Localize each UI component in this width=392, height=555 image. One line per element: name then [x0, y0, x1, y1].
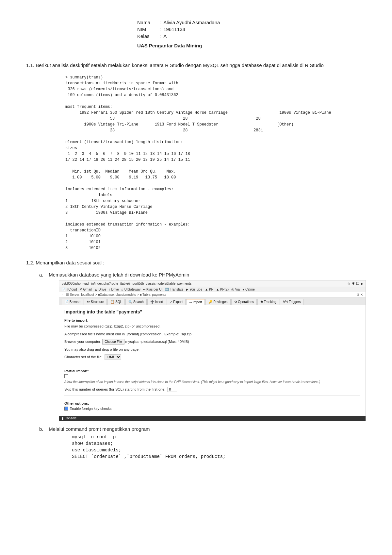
code-line-1: mysql -u root –p: [72, 434, 366, 440]
section-1-2: 1.2. Menampilkan data sesuai soal : a. M…: [26, 259, 366, 459]
file-note-1: File may be compressed (gzip, bzip2, zip…: [64, 324, 360, 329]
browser-url-bar: ost:8080/phpmyadmin/index.php?route=/tab…: [59, 280, 366, 287]
charset-select[interactable]: utf-8: [105, 354, 121, 360]
window-icon: ☐: [356, 281, 359, 286]
sub-section-b: b. Melalui command promt mengetikkan pro…: [39, 426, 366, 459]
charset-row: Character set of the file: utf-8: [64, 354, 360, 360]
bookmark-via: ◎ Via: [231, 288, 240, 291]
bookmark-drive2: ↑ Drive: [109, 288, 119, 291]
bookmark-rcloud: 📄 #Cloud: [62, 288, 77, 291]
star-icon: ☆: [347, 281, 351, 286]
code-line-2: show databases;: [72, 441, 366, 446]
browser-icons: ☆ ✱ ☐ ●: [347, 281, 363, 286]
pma-icons: ⚙ ✕: [356, 293, 363, 296]
kelas-colon: :: [159, 33, 161, 39]
console-label: Console: [65, 416, 77, 420]
partial-import-section: Partial Import: Allow the interruption o…: [64, 363, 360, 393]
sub-section-a: a. Memasukkan database yang telah di dow…: [39, 272, 366, 421]
import-title: Importing into the table "payments": [64, 309, 360, 314]
pma-content: Importing into the table "payments" File…: [59, 305, 366, 416]
charset-label: Character set of the file:: [64, 355, 103, 359]
kelas-value: A: [163, 33, 167, 39]
browser-window: ost:8080/phpmyadmin/index.php?route=/tab…: [59, 280, 366, 421]
server-path: ← ☰ Server: localhost > ■Database: class…: [62, 293, 166, 296]
tab-insert[interactable]: ➕ Insert: [147, 299, 166, 305]
pin-icon: ✱: [352, 281, 355, 286]
foreign-key-row: Enable foreign key checks: [64, 407, 360, 411]
pma-server-info: ← ☰ Server: localhost > ■Database: class…: [59, 292, 366, 297]
nama-row: Nama : Alivia Ayudhi Asmaradana: [137, 20, 220, 25]
tab-import[interactable]: ⇦ Import: [186, 299, 205, 305]
file-note-2: A compressed file's name must end in .[f…: [64, 331, 360, 337]
bookmark-youtube: ▶ YouTube: [186, 288, 202, 291]
tab-tracking[interactable]: ✱ Tracking: [257, 299, 279, 305]
nim-value: 19611134: [163, 26, 185, 32]
tab-export[interactable]: ↗ Export: [167, 299, 186, 305]
file-import-label: File to import:: [64, 318, 360, 322]
pma-tabs[interactable]: 📄 Browse ⚒ Structure 📋 SQL 🔍 Search ➕ In…: [59, 297, 366, 305]
kelas-label: Kelas: [137, 33, 157, 39]
section-1-1: 1.1. Berikut analisis deskriptif setelah…: [26, 61, 366, 251]
partial-note: Allow the interruption of an import in c…: [64, 379, 360, 385]
section-1-2-title: 1.2. Menampilkan data sesuai soal :: [26, 259, 366, 267]
foreign-key-checkbox[interactable]: [64, 407, 68, 411]
browse-label: Browse your computer:: [64, 340, 101, 344]
tab-triggers[interactable]: Δ% Triggers: [280, 299, 304, 305]
r-output-code: > summary(trans) transactions as itemMat…: [65, 75, 366, 251]
page-title: UAS Pengantar Data Mining: [137, 43, 202, 48]
partial-checkbox-row: [64, 374, 360, 378]
nim-colon: :: [159, 26, 161, 32]
nama-value: Alivia Ayudhi Asmaradana: [163, 20, 220, 25]
browse-value: mysqlsampledatabase.sql: [125, 340, 167, 344]
bookmark-drive: ▲ Drive: [94, 288, 106, 291]
console-icon: ▮: [62, 416, 64, 420]
tab-search[interactable]: 🔍 Search: [125, 299, 146, 305]
section-1-1-title: 1.1. Berikut analisis deskriptif setelah…: [26, 61, 366, 69]
bookmark-kpz: ▲ KP(Z): [216, 288, 229, 291]
code-line-4: SELECT `orderDate` ,`productName` FROM o…: [72, 454, 366, 459]
foreign-key-label: Enable foreign key checks: [70, 407, 111, 411]
bookmark-uigateway: ⌂ UIGateway: [122, 288, 140, 291]
sub-a-label: a. Memasukkan database yang telah di dow…: [39, 272, 366, 278]
tab-privileges[interactable]: 🔑 Privileges: [205, 299, 230, 305]
other-options-section: Other options: Enable foreign key checks: [64, 395, 360, 411]
nim-label: NIM: [137, 26, 157, 32]
url-text: ost:8080/phpmyadmin/index.php?route=/tab…: [62, 282, 345, 285]
browse-max: (Max: 40MiB): [168, 340, 189, 344]
nama-label: Nama: [137, 20, 157, 25]
console-bar[interactable]: ▮ Console: [59, 416, 366, 421]
tab-browse[interactable]: 📄 Browse: [62, 299, 83, 305]
bookmark-calme: ● Calme: [242, 288, 255, 291]
drag-note: You may also drag and drop a file on any…: [64, 347, 360, 353]
tab-structure[interactable]: ⚒ Structure: [84, 299, 107, 305]
partial-import-label: Partial Import:: [64, 369, 360, 373]
choose-file-button[interactable]: Choose File: [102, 339, 124, 345]
kelas-row: Kelas : A: [137, 33, 167, 39]
skip-label: Skip this number of queries (for SQL) st…: [64, 387, 165, 391]
header-info: Nama : Alivia Ayudhi Asmaradana NIM : 19…: [137, 20, 366, 48]
nama-colon: :: [159, 20, 161, 25]
nim-row: NIM : 19611134: [137, 26, 185, 32]
partial-checkbox[interactable]: [64, 374, 68, 378]
tab-operations[interactable]: ⚙ Operations: [231, 299, 257, 305]
bookmark-gmail: M Gmail: [79, 288, 91, 291]
bookmark-translate: 🔤 Translate: [165, 288, 183, 291]
tab-sql[interactable]: 📋 SQL: [107, 299, 125, 305]
sub-b-label: b. Melalui command promt mengetikkan pro…: [39, 426, 366, 432]
bookmark-klasber: •• Klas·ber UI: [143, 288, 162, 291]
other-options-label: Other options:: [64, 401, 360, 405]
skip-input[interactable]: [167, 387, 177, 392]
bookmark-bar: 📄 #Cloud M Gmail ▲ Drive ↑ Drive ⌂ UIGat…: [59, 287, 366, 292]
code-line-3: use classicmodels;: [72, 447, 366, 453]
profile-icon: ●: [361, 282, 363, 286]
browse-row: Browse your computer: Choose File mysqls…: [64, 339, 360, 345]
skip-row: Skip this number of queries (for SQL) st…: [64, 387, 360, 393]
bookmark-kp: ▲ KP: [205, 288, 213, 291]
